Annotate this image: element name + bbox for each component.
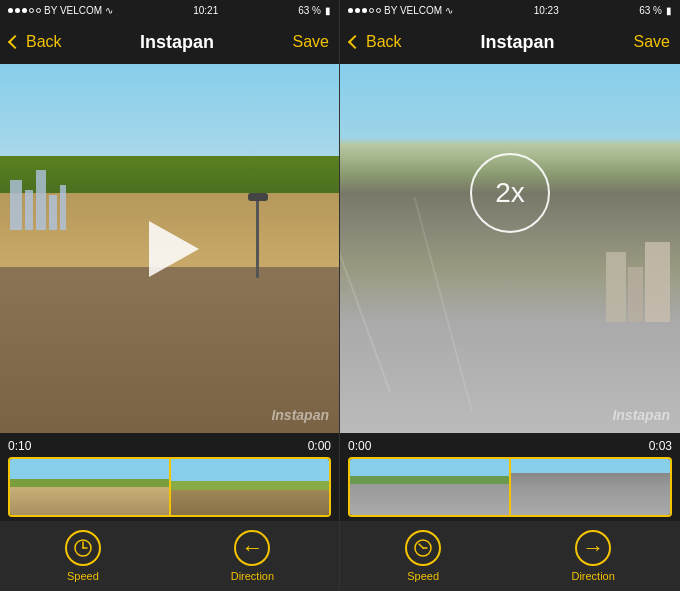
right-time: 10:23 xyxy=(534,5,559,16)
left-arrow-icon: ← xyxy=(241,535,263,561)
left-wifi-icon: ∿ xyxy=(105,5,113,16)
left-buildings xyxy=(10,170,66,230)
left-time-start: 0:10 xyxy=(8,439,31,453)
dot3 xyxy=(22,8,27,13)
svg-line-4 xyxy=(419,544,423,548)
dot2 xyxy=(15,8,20,13)
right-carrier: BY VELCOM xyxy=(384,5,442,16)
right-status-right: 63 % ▮ xyxy=(639,5,672,16)
right-signal-dots xyxy=(348,8,381,13)
left-status-left: BY VELCOM ∿ xyxy=(8,5,113,16)
left-back-chevron xyxy=(8,35,22,49)
right-toolbar: Speed → Direction xyxy=(340,521,680,591)
city-bldg-3 xyxy=(645,242,670,322)
r-dot1 xyxy=(348,8,353,13)
building-3 xyxy=(36,170,46,230)
left-time: 10:21 xyxy=(193,5,218,16)
left-thumb-2 xyxy=(171,459,330,515)
building-1 xyxy=(10,180,22,230)
left-battery-pct: 63 % xyxy=(298,5,321,16)
left-time-end: 0:00 xyxy=(308,439,331,453)
left-nav-bar: Back Instapan Save xyxy=(0,20,339,64)
city-bldg-1 xyxy=(606,252,626,322)
city-bldg-2 xyxy=(628,267,643,322)
right-back-chevron xyxy=(348,35,362,49)
left-speed-tool[interactable]: Speed xyxy=(65,530,101,582)
left-battery-icon: ▮ xyxy=(325,5,331,16)
left-timeline-times: 0:10 0:00 xyxy=(8,439,331,453)
left-back-label: Back xyxy=(26,33,62,51)
right-battery-icon: ▮ xyxy=(666,5,672,16)
right-timeline-area: 0:00 0:03 xyxy=(340,433,680,521)
left-back-button[interactable]: Back xyxy=(10,33,62,51)
left-lamp-head xyxy=(248,193,268,201)
left-carrier: BY VELCOM xyxy=(44,5,102,16)
right-speed-icon xyxy=(405,530,441,566)
left-direction-icon: ← xyxy=(234,530,270,566)
left-watermark: Instapan xyxy=(271,407,329,423)
right-speed-svg xyxy=(413,538,433,558)
right-wifi-icon: ∿ xyxy=(445,5,453,16)
left-phone-screen: BY VELCOM ∿ 10:21 63 % ▮ Back Instapan S… xyxy=(0,0,340,591)
right-status-bar: BY VELCOM ∿ 10:23 63 % ▮ xyxy=(340,0,680,20)
right-timeline-times: 0:00 0:03 xyxy=(348,439,672,453)
left-direction-tool[interactable]: ← Direction xyxy=(231,530,274,582)
left-status-right: 63 % ▮ xyxy=(298,5,331,16)
right-back-button[interactable]: Back xyxy=(350,33,402,51)
r-dot5 xyxy=(376,8,381,13)
right-city-buildings xyxy=(606,242,670,322)
left-signal-dots xyxy=(8,8,41,13)
right-status-left: BY VELCOM ∿ xyxy=(348,5,453,16)
right-direction-tool[interactable]: → Direction xyxy=(571,530,614,582)
r-dot3 xyxy=(362,8,367,13)
right-battery-pct: 63 % xyxy=(639,5,662,16)
right-thumb-2 xyxy=(511,459,670,515)
right-nav-bar: Back Instapan Save xyxy=(340,20,680,64)
right-save-button[interactable]: Save xyxy=(634,33,670,51)
left-speed-label: Speed xyxy=(67,570,99,582)
left-timeline-area: 0:10 0:00 xyxy=(0,433,339,521)
right-speed-tool[interactable]: Speed xyxy=(405,530,441,582)
left-speed-svg xyxy=(73,538,93,558)
r-dot4 xyxy=(369,8,374,13)
right-nav-title: Instapan xyxy=(481,32,555,53)
right-watermark: Instapan xyxy=(612,407,670,423)
right-video-area[interactable]: 2x Instapan xyxy=(340,64,680,433)
right-zoom-number: 2x xyxy=(495,177,525,208)
right-time-start: 0:00 xyxy=(348,439,371,453)
left-toolbar: Speed ← Direction xyxy=(0,521,339,591)
left-play-button[interactable] xyxy=(135,214,205,284)
left-thumb-1 xyxy=(10,459,169,515)
building-4 xyxy=(49,195,57,230)
r-dot2 xyxy=(355,8,360,13)
right-back-label: Back xyxy=(366,33,402,51)
left-save-button[interactable]: Save xyxy=(293,33,329,51)
left-video-area[interactable]: Instapan xyxy=(0,64,339,433)
right-direction-icon: → xyxy=(575,530,611,566)
left-timeline-strip[interactable] xyxy=(8,457,331,517)
dot4 xyxy=(29,8,34,13)
left-direction-label: Direction xyxy=(231,570,274,582)
dot1 xyxy=(8,8,13,13)
left-status-bar: BY VELCOM ∿ 10:21 63 % ▮ xyxy=(0,0,339,20)
building-5 xyxy=(60,185,66,230)
left-speed-icon xyxy=(65,530,101,566)
right-arrow-icon: → xyxy=(582,535,604,561)
right-zoom-value: 2x xyxy=(495,179,525,207)
left-nav-title: Instapan xyxy=(140,32,214,53)
right-timeline-strip[interactable] xyxy=(348,457,672,517)
building-2 xyxy=(25,190,33,230)
right-speed-label: Speed xyxy=(407,570,439,582)
left-lamp-post xyxy=(256,198,259,278)
right-time-end: 0:03 xyxy=(649,439,672,453)
left-play-triangle xyxy=(149,221,199,277)
dot5 xyxy=(36,8,41,13)
right-zoom-indicator: 2x xyxy=(470,153,550,233)
right-direction-label: Direction xyxy=(571,570,614,582)
right-thumb-1 xyxy=(350,459,509,515)
right-phone-screen: BY VELCOM ∿ 10:23 63 % ▮ Back Instapan S… xyxy=(340,0,680,591)
